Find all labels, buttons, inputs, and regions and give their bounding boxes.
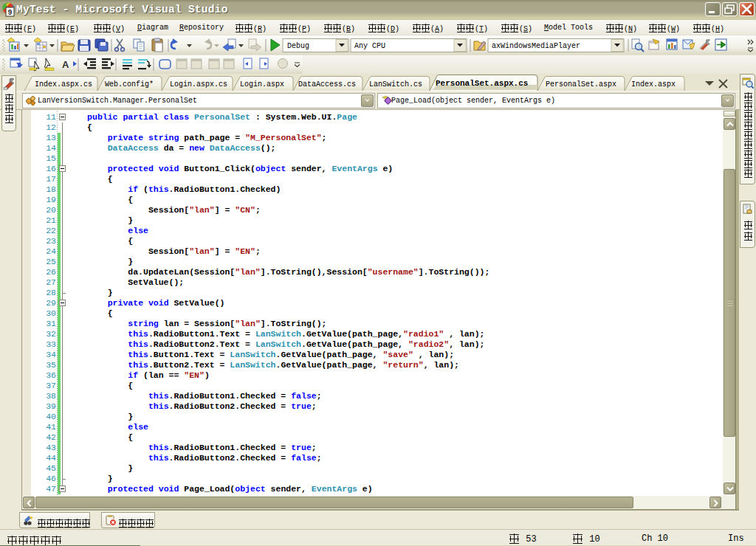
svg-text:Debug: Debug <box>287 42 309 50</box>
svg-text:Index.aspx: Index.aspx <box>631 80 676 89</box>
svg-text:PersonalSet.aspx: PersonalSet.aspx <box>546 80 616 89</box>
svg-text:Login.aspx: Login.aspx <box>240 80 284 89</box>
svg-text:axWindowsMediaPlayer: axWindowsMediaPlayer <box>492 42 580 50</box>
svg-text:Login.aspx.cs: Login.aspx.cs <box>170 80 227 89</box>
svg-text:LanSwitch.cs: LanSwitch.cs <box>369 80 422 89</box>
svg-text:DataAccess.cs: DataAccess.cs <box>298 80 356 89</box>
svg-text:Index.aspx.cs: Index.aspx.cs <box>35 80 92 89</box>
svg-text:Any CPU: Any CPU <box>354 42 385 50</box>
svg-text:A: A <box>62 59 69 70</box>
svg-text:9: 9 <box>8 9 13 17</box>
svg-text:Web.config*: Web.config* <box>105 80 154 89</box>
svg-text:PersonalSet.aspx.cs: PersonalSet.aspx.cs <box>436 79 528 88</box>
